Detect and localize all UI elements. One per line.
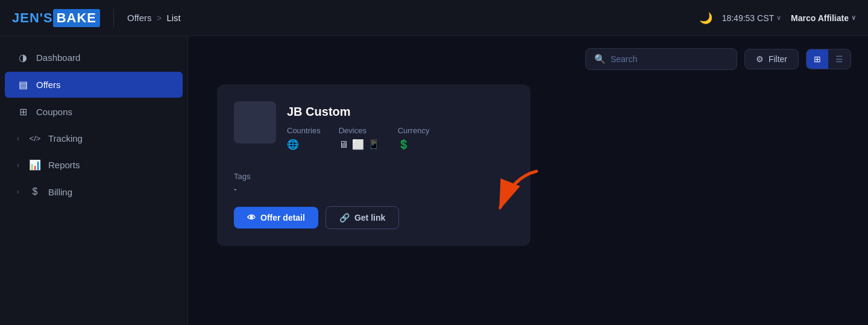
currency-label: Currency — [398, 126, 430, 135]
tags-label: Tags — [234, 172, 514, 181]
top-navigation: JEN'S BAKE Offers > List 🌙 18:49:53 CST … — [0, 0, 868, 36]
currency-icon-group: 💲 — [398, 139, 430, 150]
sidebar-item-billing[interactable]: › $ Billing — [5, 179, 183, 204]
grid-view-button[interactable]: ⊞ — [807, 49, 828, 69]
logo[interactable]: JEN'S BAKE — [12, 9, 100, 27]
list-view-button[interactable]: ☰ — [828, 49, 851, 69]
get-link-button[interactable]: 🔗 Get link — [326, 206, 399, 229]
reports-expand-icon: › — [17, 161, 19, 169]
sidebar: ◑ Dashboard ▤ Offers ⊞ Coupons › </> Tra… — [0, 36, 188, 325]
tablet-icon: ⬜ — [352, 139, 364, 150]
meta-countries: Countries 🌐 — [287, 126, 321, 150]
offer-thumbnail — [234, 101, 276, 144]
offers-icon: ▤ — [17, 79, 29, 90]
desktop-icon: 🖥 — [339, 139, 348, 150]
sidebar-item-coupons[interactable]: ⊞ Coupons — [5, 99, 183, 125]
get-link-label: Get link — [354, 213, 385, 222]
billing-icon: $ — [29, 186, 41, 197]
time-value: 18:49:53 CST — [722, 13, 774, 23]
billing-expand-icon: › — [17, 188, 19, 196]
breadcrumb-current: List — [166, 13, 180, 23]
offer-detail-button[interactable]: 👁 Offer detail — [234, 207, 318, 229]
sidebar-label-coupons: Coupons — [36, 107, 72, 117]
offer-meta: Countries 🌐 Devices 🖥 ⬜ 📱 — [287, 126, 429, 150]
sidebar-label-dashboard: Dashboard — [36, 52, 80, 63]
devices-icon-group: 🖥 ⬜ 📱 — [339, 139, 380, 150]
offer-info: JB Custom Countries 🌐 Devices 🖥 — [287, 101, 429, 160]
sidebar-label-offers: Offers — [36, 80, 61, 90]
view-toggle: ⊞ ☰ — [806, 49, 851, 69]
grid-icon: ⊞ — [814, 54, 821, 64]
offer-tags: Tags - — [234, 172, 514, 194]
list-icon: ☰ — [835, 54, 843, 64]
filter-button[interactable]: ⚙ Filter — [744, 49, 799, 69]
offer-detail-label: Offer detail — [260, 213, 305, 222]
offer-title: JB Custom — [287, 101, 429, 119]
user-chevron: ∨ — [851, 14, 856, 22]
time-display[interactable]: 18:49:53 CST ∨ — [722, 13, 781, 23]
search-icon: 🔍 — [594, 54, 606, 65]
sidebar-item-tracking[interactable]: › </> Tracking — [5, 126, 183, 151]
mobile-icon: 📱 — [368, 139, 380, 150]
globe-icon: 🌐 — [287, 139, 299, 150]
logo-part1: JEN'S — [12, 10, 53, 26]
sidebar-item-offers[interactable]: ▤ Offers — [5, 72, 183, 98]
link-icon: 🔗 — [339, 213, 350, 222]
sidebar-item-reports[interactable]: › 📊 Reports — [5, 152, 183, 178]
dashboard-icon: ◑ — [17, 52, 29, 63]
main-layout: ◑ Dashboard ▤ Offers ⊞ Coupons › </> Tra… — [0, 36, 868, 325]
sidebar-label-reports: Reports — [48, 160, 80, 170]
offer-header: JB Custom Countries 🌐 Devices 🖥 — [234, 101, 514, 160]
eye-icon: 👁 — [247, 213, 256, 222]
topnav-right: 🌙 18:49:53 CST ∨ Marco Affiliate ∨ — [699, 11, 856, 25]
user-menu[interactable]: Marco Affiliate ∨ — [791, 13, 856, 23]
tracking-icon: </> — [29, 134, 41, 143]
tags-value: - — [234, 185, 514, 194]
coupons-icon: ⊞ — [17, 106, 29, 118]
dollar-icon: 💲 — [398, 139, 410, 150]
reports-icon: 📊 — [29, 159, 41, 171]
logo-part2: BAKE — [53, 9, 100, 27]
filter-label: Filter — [769, 54, 787, 64]
main-content: 🔍 ⚙ Filter ⊞ ☰ JB Custom — [188, 36, 868, 325]
breadcrumb: Offers > List — [127, 13, 181, 23]
meta-currency: Currency 💲 — [398, 126, 430, 150]
countries-icon-group: 🌐 — [287, 139, 321, 150]
breadcrumb-separator: > — [157, 13, 162, 23]
sidebar-label-billing: Billing — [48, 187, 72, 197]
countries-label: Countries — [287, 126, 321, 135]
offer-card: JB Custom Countries 🌐 Devices 🖥 — [217, 84, 530, 246]
time-chevron: ∨ — [776, 14, 781, 22]
sidebar-label-tracking: Tracking — [48, 133, 83, 144]
user-name: Marco Affiliate — [791, 13, 849, 23]
theme-toggle-icon[interactable]: 🌙 — [699, 11, 712, 25]
offer-actions: 👁 Offer detail 🔗 Get link — [234, 206, 514, 229]
nav-divider — [113, 9, 114, 27]
filter-icon: ⚙ — [756, 54, 764, 64]
tracking-expand-icon: › — [17, 134, 19, 143]
search-box: 🔍 — [585, 48, 737, 70]
sidebar-item-dashboard[interactable]: ◑ Dashboard — [5, 45, 183, 71]
breadcrumb-parent[interactable]: Offers — [127, 13, 152, 23]
devices-label: Devices — [339, 126, 380, 135]
search-input[interactable] — [611, 54, 728, 64]
content-toolbar: 🔍 ⚙ Filter ⊞ ☰ — [205, 48, 851, 70]
meta-devices: Devices 🖥 ⬜ 📱 — [339, 126, 380, 150]
